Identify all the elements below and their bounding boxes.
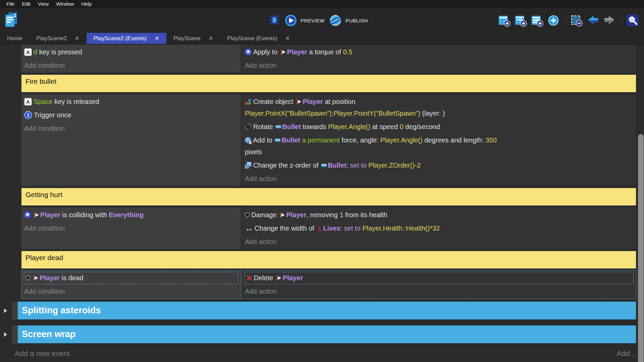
text-segment: Player.ZOrder()-2 (368, 162, 421, 169)
text-segment: (layer: ) (420, 110, 445, 117)
close-icon[interactable]: ✕ (75, 36, 79, 41)
condition-item[interactable]: d key is pressed (24, 46, 238, 58)
menu-help[interactable]: Help (78, 0, 96, 8)
group-row[interactable]: Splitting asteroids (12, 302, 636, 319)
menu-bar: File Edit View Window Help (0, 0, 644, 8)
text-segment: Delete (254, 274, 275, 282)
event-row: ♥Player is deadAdd condition×Delete Play… (21, 270, 636, 299)
text-segment: at speed (370, 123, 400, 130)
condition-item[interactable]: Space key is released (24, 96, 238, 108)
menu-window[interactable]: Window (52, 0, 77, 8)
force-icon (245, 137, 251, 143)
text-segment: set to (350, 162, 368, 169)
menu-view[interactable]: View (34, 0, 52, 8)
text-segment: Bullet (281, 136, 300, 144)
publish-icon (329, 14, 342, 27)
add-condition-button[interactable]: Add condition (24, 60, 238, 71)
toolbar-separator (621, 14, 621, 26)
conditions-column: Space key is releasedTrigger onceAdd con… (21, 94, 241, 186)
player-ship-icon (33, 212, 39, 218)
action-item[interactable]: ↔Change the width of Lives: set to Playe… (245, 223, 633, 234)
group-row[interactable]: Screen wrap (12, 325, 636, 343)
bullet-icon (275, 139, 280, 142)
conditions-column: d key is pressedAdd condition (21, 45, 241, 73)
text-segment: d (34, 48, 37, 56)
add-subevent-icon[interactable] (514, 14, 527, 27)
text-segment: Bullet (282, 123, 301, 130)
action-item[interactable]: Change the z-order of Bullet: set to Pla… (245, 160, 633, 171)
redo-icon[interactable] (603, 14, 616, 27)
group-label: Splitting asteroids (22, 305, 101, 316)
add-comment-icon[interactable] (530, 14, 544, 27)
add-button[interactable]: Add... (617, 349, 636, 358)
text-segment: a permanent (302, 136, 340, 144)
collapse-arrow-icon[interactable] (4, 308, 7, 313)
debug-icon[interactable] (268, 14, 280, 27)
preview-button[interactable]: PREVIEW (284, 14, 325, 27)
action-item[interactable]: Create object Player at position Player.… (245, 96, 633, 119)
tab-playscene[interactable]: PlayScene✕ (166, 33, 220, 44)
group-title: Screen wrap (18, 325, 636, 343)
vertical-scrollbar[interactable] (638, 134, 644, 362)
bullet-icon (275, 125, 281, 128)
tab-playscene-events[interactable]: PlayScene (Events)✕ (220, 33, 297, 44)
condition-item[interactable]: Trigger once (24, 109, 238, 121)
add-event-icon[interactable] (497, 14, 511, 27)
add-action-button[interactable]: Add action (245, 286, 633, 297)
text-segment: Player (286, 211, 306, 219)
text-segment: towards (301, 123, 328, 130)
menu-edit[interactable]: Edit (18, 0, 34, 8)
delete-selection-icon[interactable] (570, 14, 583, 27)
add-circle-icon[interactable] (547, 14, 560, 27)
comment-row[interactable]: Fire bullet (21, 75, 636, 92)
publish-button[interactable]: PUBLISH (329, 14, 368, 27)
action-item[interactable]: ♥Damage Player, removing 1 from its heal… (245, 209, 633, 221)
text-segment: force, angle: (340, 136, 380, 144)
text-segment: : (340, 225, 344, 232)
close-icon[interactable]: ✕ (155, 36, 159, 41)
close-icon[interactable]: ✕ (209, 36, 213, 41)
action-item[interactable]: Apply to Player a torque of 0.5 (245, 46, 633, 58)
condition-item[interactable]: Player is colliding with Everything (24, 209, 238, 221)
text-segment: Create object (253, 98, 295, 105)
comment-row[interactable]: Player dead (21, 251, 636, 268)
tab-playscene2[interactable]: PlayScene2✕ (29, 33, 86, 44)
text-segment: Player.Angle() (380, 136, 423, 144)
text-segment: 0 (400, 123, 404, 130)
actions-column: ×Delete PlayerAdd action (241, 270, 636, 299)
condition-item[interactable]: ♥Player is dead (24, 272, 238, 284)
search-icon[interactable] (626, 14, 639, 27)
text-segment: 1 (339, 211, 343, 219)
comment-row[interactable]: Getting hurt (21, 188, 636, 205)
actions-column: ♥Damage Player, removing 1 from its heal… (241, 207, 636, 249)
text-segment: Damage (251, 211, 278, 219)
text-segment: key is pressed (37, 48, 82, 56)
action-item[interactable]: Add to Bullet a permanent force, angle: … (245, 134, 633, 158)
tab-playscene2-events[interactable]: PlayScene2 (Events)✕ (87, 33, 166, 44)
action-item[interactable]: Rotate Bullet towards Player.Angle() at … (245, 121, 633, 133)
player-ship-icon (33, 275, 38, 281)
text-segment: Player (40, 211, 60, 219)
add-action-button[interactable]: Add action (245, 173, 633, 185)
action-item[interactable]: ×Delete Player (245, 272, 634, 284)
text-segment: Player (283, 274, 303, 282)
menu-file[interactable]: File (3, 0, 18, 8)
gdevelop-logo-icon[interactable] (4, 12, 18, 29)
publish-label: PUBLISH (345, 18, 368, 23)
close-icon[interactable]: ✕ (285, 36, 290, 41)
add-condition-button[interactable]: Add condition (24, 123, 238, 134)
lives-icon (317, 226, 322, 231)
add-new-event-button[interactable]: Add a new event (15, 349, 70, 358)
add-action-button[interactable]: Add action (245, 236, 633, 248)
text-segment: Space (34, 98, 53, 105)
add-condition-button[interactable]: Add condition (24, 286, 238, 297)
collapse-arrow-icon[interactable] (4, 332, 7, 337)
undo-icon[interactable] (586, 14, 600, 27)
add-condition-button[interactable]: Add condition (24, 223, 238, 234)
conditions-column: ♥Player is deadAdd condition (21, 270, 241, 299)
tab-home[interactable]: Home (0, 33, 29, 44)
text-segment: Change the z-order of (253, 162, 320, 169)
add-action-button[interactable]: Add action (245, 60, 633, 71)
group-label: Screen wrap (22, 329, 76, 340)
trigger-once-icon (24, 111, 32, 119)
